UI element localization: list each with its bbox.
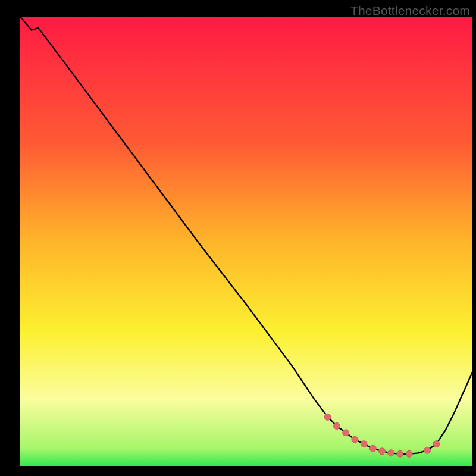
marker-dot	[334, 422, 340, 429]
chart-frame: TheBottlenecker.com	[20, 4, 472, 466]
marker-dot	[343, 430, 349, 436]
marker-dot	[406, 450, 412, 457]
marker-dot	[369, 445, 376, 452]
bottleneck-curve	[20, 17, 472, 454]
marker-dot	[352, 436, 358, 443]
marker-dot	[379, 448, 386, 455]
marker-dot	[388, 450, 394, 456]
watermark-text: TheBottlenecker.com	[350, 4, 470, 18]
marker-dot	[324, 414, 331, 420]
plot-area	[20, 17, 472, 466]
marker-dots	[324, 414, 439, 457]
chart-svg	[20, 17, 472, 466]
marker-dot	[397, 450, 403, 457]
marker-dot	[361, 441, 367, 447]
marker-dot	[433, 441, 440, 447]
marker-dot	[424, 447, 431, 453]
